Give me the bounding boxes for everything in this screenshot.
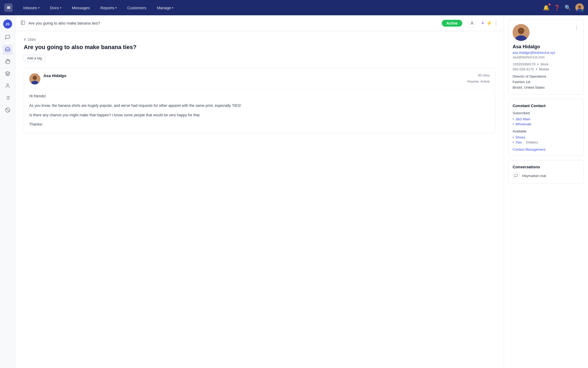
notification-bell-icon[interactable]: 🔔: [543, 4, 550, 11]
subscribed-item-label: Wholesale: [516, 122, 532, 126]
message-meta: Asa Hidalgo: [43, 73, 464, 78]
contact-phone-mobile: 555-559-9170 • Mobile: [513, 67, 579, 71]
main-layout: JS: [0, 15, 588, 368]
add-tag-button[interactable]: Add a tag: [24, 55, 45, 61]
contact-job-info: Director of Operations Fashion 1st Brist…: [513, 74, 579, 90]
status-badge[interactable]: Active: [442, 20, 462, 27]
message-line-2: As you know, the banana shirts are hugel…: [29, 103, 490, 109]
available-item-ties[interactable]: Ties (Hidden): [513, 140, 579, 145]
help-circle-icon[interactable]: ❓: [554, 4, 560, 11]
chevron-down-icon: ▾: [38, 6, 40, 9]
more-options-icon[interactable]: ⋮: [494, 20, 498, 26]
svg-point-17: [33, 76, 37, 80]
lightning-icon[interactable]: ⚡: [486, 20, 492, 26]
contact-card: ⋮ Asa Hidalgo asa.hidalgo@fashion1st.xyz…: [508, 20, 584, 95]
message-sender-avatar: [29, 73, 40, 84]
message-info: 40 mins Anyone, Active: [467, 73, 490, 83]
nav-item-messages[interactable]: Messages: [70, 4, 92, 11]
svg-point-4: [7, 84, 8, 85]
hash-icon: #: [24, 37, 26, 42]
chat-icon: [5, 35, 10, 41]
chevron-down-icon: ▾: [115, 6, 117, 9]
message-audience: Anyone, Active: [467, 79, 490, 83]
block-icon: [5, 107, 10, 114]
heymarket-chat-icon: [513, 172, 519, 179]
top-nav: ≋ Inboxes ▾ Docs ▾ Messages Reports ▾ Cu…: [0, 0, 588, 15]
sidebar-item-block[interactable]: [3, 106, 13, 116]
nav-item-manage[interactable]: Manage ▾: [155, 4, 176, 11]
contact-management-link[interactable]: Contact Management: [513, 147, 579, 151]
online-status-indicator: [581, 9, 584, 12]
subscribed-item-jg[interactable]: J&G Main: [513, 117, 579, 122]
subscribed-item-wholesale[interactable]: Wholesale: [513, 122, 579, 127]
panel-toggle-icon[interactable]: [21, 20, 25, 26]
available-item-shoes[interactable]: Shoes: [513, 135, 579, 140]
hand-icon: [5, 59, 10, 65]
message-sender-name: Asa Hidalgo: [43, 73, 464, 78]
message-header: Asa Hidalgo 40 mins Anyone, Active: [29, 73, 490, 89]
contact-name: Asa Hidalgo: [513, 44, 579, 50]
subscribed-label: Subscribed: [513, 111, 579, 115]
message-body: Hi friends! As you know, the banana shir…: [29, 93, 490, 128]
search-icon[interactable]: 🔍: [565, 4, 571, 11]
svg-point-1: [578, 5, 581, 8]
contact-phone-work: 155555999170 • Work: [513, 62, 579, 66]
contact-avatar-svg: [513, 24, 529, 41]
user-avatar[interactable]: [575, 3, 584, 12]
person-icon: [5, 83, 10, 90]
svg-line-12: [6, 108, 9, 112]
available-item-label: Ties: [516, 140, 522, 144]
user-initials-avatar[interactable]: JS: [3, 20, 12, 28]
sidebar-item-list[interactable]: [3, 93, 13, 103]
conversation-title: Are you going to also make banana ties?: [28, 21, 439, 25]
list-icon: [5, 95, 10, 102]
message-card: Asa Hidalgo 40 mins Anyone, Active Hi fr…: [24, 68, 495, 133]
svg-rect-13: [21, 21, 25, 25]
heymarket-chat-label: Heymarket chat: [522, 174, 546, 178]
nav-logo[interactable]: ≋: [4, 3, 13, 12]
svg-point-15: [471, 22, 473, 23]
contact-more-options-icon[interactable]: ⋮: [574, 24, 579, 31]
conversation-main: Are you going to also make banana ties? …: [15, 15, 504, 368]
sidebar-item-chat[interactable]: [3, 33, 13, 43]
svg-marker-3: [5, 71, 10, 73]
message-time: 40 mins: [478, 73, 490, 77]
location: Bristol, United States: [513, 85, 579, 90]
subscribed-item-label: J&G Main: [516, 117, 531, 121]
contact-avatar: [513, 24, 529, 41]
sidebar-item-contacts[interactable]: [3, 81, 13, 91]
conversations-section: Conversations Heymarket chat: [508, 160, 584, 184]
avatar-svg: [29, 73, 40, 84]
available-item-label: Shoes: [516, 135, 525, 139]
chevron-down-icon: ▾: [172, 6, 173, 9]
contact-email-primary[interactable]: asa.hidalgo@fashion1st.xyz: [513, 51, 579, 55]
sidebar-item-inbox[interactable]: [3, 45, 13, 55]
chevron-down-icon: ▾: [60, 6, 61, 9]
nav-icons: 🔔 ❓ 🔍: [543, 3, 584, 12]
available-label: Available: [513, 129, 579, 133]
conversation-header: Are you going to also make banana ties? …: [15, 15, 504, 31]
message-line-1: Hi friends!: [29, 93, 490, 99]
nav-item-reports[interactable]: Reports ▾: [98, 4, 119, 11]
ticket-title: Are you going to also make banana ties?: [24, 44, 495, 51]
company: Fashion 1st: [513, 79, 579, 85]
subscribed-list: J&G Main Wholesale: [513, 117, 579, 127]
message-line-3: Is there any chance you might make that …: [29, 112, 490, 118]
job-title: Director of Operations: [513, 74, 579, 79]
sidebar-item-hand[interactable]: [3, 57, 13, 67]
nav-item-docs[interactable]: Docs ▾: [48, 4, 64, 11]
available-list: Shoes Ties (Hidden): [513, 135, 579, 145]
conversations-section-title: Conversations: [513, 165, 579, 169]
assign-icon[interactable]: [468, 19, 477, 28]
sidebar-item-layers[interactable]: [3, 69, 13, 79]
nav-item-inboxes[interactable]: Inboxes ▾: [21, 4, 42, 11]
logo-icon: ≋: [7, 5, 11, 11]
constant-contact-title: Constant Contact: [513, 103, 579, 108]
header-actions: ✦ ⚡ ⋮: [468, 19, 498, 28]
sparkle-icon[interactable]: ✦: [481, 20, 485, 26]
heymarket-chat-item[interactable]: Heymarket chat: [513, 172, 579, 179]
layers-icon: [5, 71, 10, 78]
nav-item-customers[interactable]: Customers: [125, 4, 149, 11]
svg-point-20: [518, 28, 524, 34]
notification-badge: [548, 3, 551, 6]
